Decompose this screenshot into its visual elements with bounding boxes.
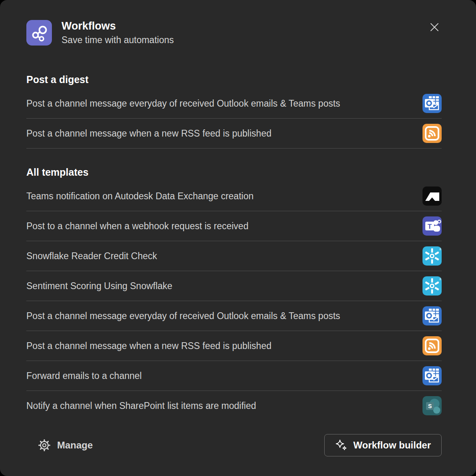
template-label: Teams notification on Autodesk Data Exch… <box>26 191 256 202</box>
template-label: Post a channel message everyday of recei… <box>26 98 343 109</box>
template-row[interactable]: Post a channel message everyday of recei… <box>26 301 442 331</box>
dialog-subtitle: Save time with automations <box>61 35 174 46</box>
snowflake-icon: ® <box>422 246 442 266</box>
template-row[interactable]: Post to a channel when a webhook request… <box>26 211 442 241</box>
sharepoint-icon: S <box>422 396 442 415</box>
close-icon <box>428 21 440 33</box>
outlook-icon <box>422 94 442 113</box>
rss-icon <box>422 336 442 355</box>
workflow-builder-label: Workflow builder <box>353 440 431 451</box>
template-row[interactable]: Post a channel message when a new RSS fe… <box>26 331 442 361</box>
template-label: Forward emails to a channel <box>26 371 144 381</box>
workflows-dialog: Workflows Save time with automations Pos… <box>0 0 476 476</box>
outlook-icon <box>422 306 442 325</box>
workflows-app-icon <box>26 20 52 46</box>
workflow-builder-button[interactable]: Workflow builder <box>324 434 442 456</box>
rss-icon <box>422 124 442 143</box>
template-row[interactable]: Snowflake Reader Credit Check ® <box>26 241 442 271</box>
dialog-header: Workflows Save time with automations <box>26 20 442 46</box>
svg-text:S: S <box>428 403 432 409</box>
template-label: Post to a channel when a webhook request… <box>26 221 251 232</box>
template-row[interactable]: Teams notification on Autodesk Data Exch… <box>26 181 442 211</box>
template-row[interactable]: Forward emails to a channel <box>26 361 442 391</box>
template-row[interactable]: Post a channel message when a new RSS fe… <box>26 119 442 149</box>
autodesk-icon <box>422 186 442 206</box>
snowflake-icon: ® <box>422 276 442 296</box>
manage-label: Manage <box>57 440 93 451</box>
sparkle-icon <box>335 439 348 452</box>
template-row[interactable]: Post a channel message everyday of recei… <box>26 89 442 119</box>
post-a-digest-list: Post a channel message everyday of recei… <box>26 89 442 149</box>
svg-text:®: ® <box>439 248 442 251</box>
template-label: Post a channel message when a new RSS fe… <box>26 341 274 351</box>
template-label: Post a channel message everyday of recei… <box>26 311 343 321</box>
template-label: Post a channel message when a new RSS fe… <box>26 128 274 139</box>
dialog-footer: Manage Workflow builder <box>26 434 442 456</box>
template-label: Sentiment Scoring Using Snowflake <box>26 281 175 292</box>
all-templates-list: Teams notification on Autodesk Data Exch… <box>26 181 442 420</box>
section-heading-all-templates: All templates <box>26 166 442 178</box>
gear-icon <box>38 438 51 452</box>
section-heading-post-a-digest: Post a digest <box>26 73 442 85</box>
template-label: Notify a channel when SharePoint list it… <box>26 401 258 411</box>
template-row[interactable]: Notify a channel when SharePoint list it… <box>26 391 442 420</box>
dialog-title: Workflows <box>61 20 174 32</box>
template-label: Snowflake Reader Credit Check <box>26 251 159 262</box>
svg-text:T: T <box>428 223 432 230</box>
template-row[interactable]: Sentiment Scoring Using Snowflake ® <box>26 271 442 301</box>
svg-text:®: ® <box>439 278 442 281</box>
close-button[interactable] <box>427 20 442 34</box>
header-text: Workflows Save time with automations <box>61 20 174 45</box>
manage-button[interactable]: Manage <box>38 438 93 452</box>
teams-icon: T <box>422 216 442 236</box>
outlook-icon <box>422 366 442 385</box>
